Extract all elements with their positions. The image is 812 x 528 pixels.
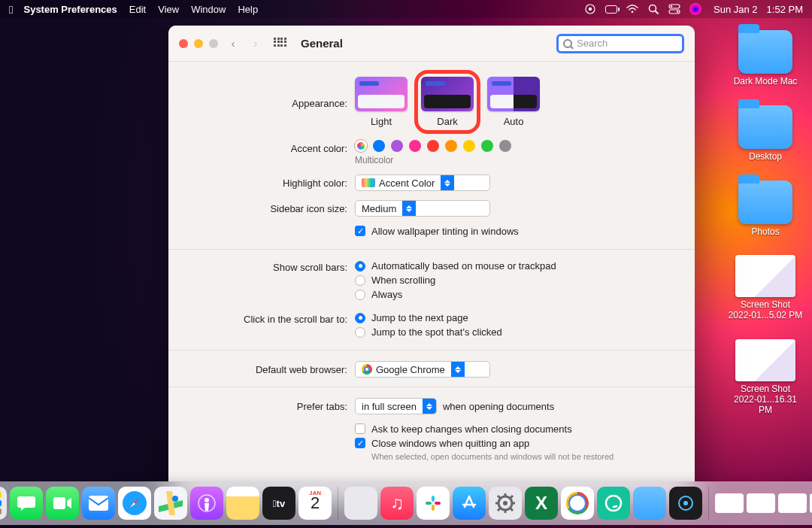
browser-select[interactable]: Google Chrome — [355, 361, 490, 378]
tabs-label: Prefer tabs: — [182, 398, 355, 412]
screen-record-icon[interactable] — [584, 3, 596, 15]
forward-button[interactable]: › — [248, 36, 263, 51]
dock-chrome[interactable] — [561, 487, 594, 520]
spotlight-icon[interactable] — [647, 3, 659, 15]
close-windows-checkbox[interactable]: Close windows when quitting an app — [355, 438, 681, 449]
svg-point-24 — [503, 501, 508, 505]
svg-rect-22 — [435, 502, 441, 505]
scrollbars-when-scrolling[interactable]: When scrolling — [355, 275, 681, 286]
window-title: General — [301, 37, 343, 50]
dock-grammarly[interactable] — [597, 487, 630, 520]
svg-line-31 — [511, 496, 513, 498]
appearance-auto[interactable]: Auto — [487, 77, 540, 131]
search-placeholder: Search — [577, 38, 677, 49]
svg-rect-21 — [432, 505, 435, 511]
search-field[interactable]: Search — [556, 34, 684, 53]
titlebar: ‹ › General Search — [168, 26, 695, 62]
click-scrollbar-label: Click in the scroll bar to: — [182, 312, 355, 325]
dock-calendar[interactable]: JAN2 — [298, 487, 332, 520]
accent-purple[interactable] — [391, 140, 403, 152]
apple-menu[interactable]:  — [9, 3, 13, 16]
show-all-button[interactable] — [274, 38, 286, 50]
maximize-button[interactable] — [209, 39, 218, 48]
dock-minimized-window[interactable] — [778, 493, 807, 513]
accent-multicolor[interactable] — [355, 140, 367, 152]
dock-mail[interactable] — [82, 487, 115, 520]
appearance-dark[interactable]: Dark — [421, 77, 474, 127]
accent-green[interactable] — [481, 140, 493, 152]
dock-podcasts[interactable] — [190, 487, 223, 520]
accent-red[interactable] — [427, 140, 439, 152]
tabs-suffix: when opening documents — [443, 401, 554, 412]
appearance-label: Appearance: — [182, 77, 355, 109]
control-center-icon[interactable] — [668, 3, 680, 15]
desktop-file[interactable]: Screen Shot 2022-01...16.31 PM — [728, 339, 803, 415]
scrollbars-auto[interactable]: Automatically based on mouse or trackpad — [355, 260, 681, 272]
desktop-folder[interactable]: Dark Mode Mac — [728, 30, 803, 87]
highlight-select[interactable]: Accent Color — [355, 174, 490, 191]
dock-minimized-window[interactable] — [747, 493, 775, 513]
desktop-folder[interactable]: Photos — [728, 181, 803, 238]
back-button[interactable]: ‹ — [226, 36, 241, 51]
sidebar-size-select[interactable]: Medium — [355, 200, 490, 217]
close-button[interactable] — [179, 39, 188, 48]
menu-window[interactable]: Window — [191, 4, 226, 15]
appearance-light[interactable]: Light — [355, 77, 408, 131]
svg-rect-19 — [432, 496, 435, 502]
dock-slack[interactable] — [417, 487, 450, 520]
dock-minimized-window[interactable] — [715, 493, 744, 513]
wifi-icon[interactable] — [626, 3, 638, 15]
app-menu[interactable]: System Preferences — [23, 4, 117, 15]
scrollbars-label: Show scroll bars: — [182, 260, 355, 273]
svg-point-2 — [632, 11, 634, 13]
chrome-icon — [362, 364, 372, 375]
dock-music[interactable]: ♫ — [380, 487, 414, 520]
dock-appstore[interactable] — [453, 487, 486, 520]
dock-safari[interactable] — [118, 487, 151, 520]
ask-keep-checkbox[interactable]: Ask to keep changes when closing documen… — [355, 423, 681, 435]
accent-graphite[interactable] — [499, 140, 511, 152]
dock-downloads[interactable] — [633, 487, 666, 520]
tabs-select[interactable]: in full screen — [355, 398, 437, 414]
svg-rect-12 — [53, 497, 65, 509]
menubar-time[interactable]: 1:52 PM — [767, 4, 803, 15]
click-spot[interactable]: Jump to the spot that's clicked — [355, 326, 681, 338]
svg-line-32 — [498, 508, 500, 511]
svg-point-1 — [589, 8, 592, 11]
accent-blue[interactable] — [373, 140, 385, 152]
minimize-button[interactable] — [194, 39, 203, 48]
battery-icon[interactable] — [605, 3, 617, 15]
svg-point-8 — [677, 11, 679, 13]
dock-recent-1[interactable] — [344, 487, 377, 520]
dock-excel[interactable]: X — [525, 487, 558, 520]
dock-facetime[interactable] — [46, 487, 79, 520]
siri-icon[interactable] — [689, 3, 701, 15]
status-area: Sun Jan 2 1:52 PM — [584, 3, 803, 15]
sidebar-size-label: Sidebar icon size: — [182, 200, 355, 214]
click-next-page[interactable]: Jump to the next page — [355, 312, 681, 323]
menu-help[interactable]: Help — [238, 4, 258, 15]
svg-line-29 — [498, 496, 500, 498]
dock-launchpad[interactable] — [0, 487, 7, 520]
menu-view[interactable]: View — [158, 4, 179, 15]
general-pane: Appearance: Light Dark Auto — [168, 62, 695, 499]
menu-edit[interactable]: Edit — [129, 4, 146, 15]
dock-app-dark[interactable] — [669, 487, 702, 520]
wallpaper-tint-checkbox[interactable]: Allow wallpaper tinting in windows — [355, 226, 681, 237]
dock-maps[interactable] — [154, 487, 187, 520]
menubar-date[interactable]: Sun Jan 2 — [714, 4, 758, 15]
accent-orange[interactable] — [445, 140, 457, 152]
desktop-file[interactable]: Screen Shot 2022-01...5.02 PM — [728, 255, 803, 321]
dock-notes[interactable] — [226, 487, 259, 520]
svg-point-17 — [205, 498, 209, 502]
appearance-dark-highlight: Dark — [414, 70, 480, 134]
menubar:  System Preferences Edit View Window He… — [0, 0, 812, 18]
accent-pink[interactable] — [409, 140, 421, 152]
desktop-folder[interactable]: Desktop — [728, 105, 803, 162]
scrollbars-always[interactable]: Always — [355, 289, 681, 300]
dock-system-preferences[interactable] — [489, 487, 522, 520]
accent-yellow[interactable] — [463, 140, 475, 152]
browser-label: Default web browser: — [182, 361, 355, 375]
dock-messages[interactable] — [10, 487, 43, 520]
dock-tv[interactable]: tv — [262, 487, 295, 520]
